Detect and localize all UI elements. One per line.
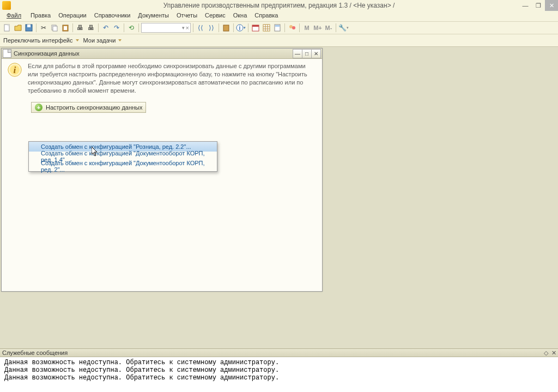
sync-info-text: Если для работы в этой программе необход…: [28, 62, 317, 94]
messages-body: Данная возможность недоступна. Обратитес…: [0, 357, 558, 392]
configure-sync-dropdown: Создать обмен с конфигурацией "Розница, …: [28, 141, 217, 172]
menu-help[interactable]: Справка: [253, 11, 280, 21]
svg-rect-1: [8, 25, 9, 26]
toolbar-separator: [284, 23, 285, 32]
sync-window-header[interactable]: Синхронизация данных — □ ✕: [2, 49, 322, 59]
menu-service[interactable]: Сервис: [203, 11, 227, 21]
svg-text:i: i: [239, 25, 241, 31]
messages-close-button[interactable]: ✕: [550, 349, 557, 356]
svg-rect-19: [275, 25, 280, 27]
open-icon[interactable]: [13, 23, 23, 33]
menu-documents[interactable]: Документы: [136, 11, 171, 21]
switch-interface-dropdown[interactable]: Переключить интерфейс: [3, 37, 79, 44]
svg-rect-13: [263, 25, 270, 31]
tools-icon[interactable]: 🔧▾: [338, 23, 348, 33]
clipboard-icon[interactable]: [221, 23, 231, 33]
messages-panel: Служебные сообщения ◇ ✕ Данная возможнос…: [0, 348, 558, 392]
message-line: Данная возможность недоступна. Обратитес…: [4, 375, 554, 382]
messages-pin-button[interactable]: ◇: [543, 349, 549, 356]
svg-rect-8: [223, 25, 229, 31]
menu-reports[interactable]: Отчеты: [175, 11, 199, 21]
sync-window-title: Синхронизация данных: [14, 50, 80, 57]
message-line: Данная возможность недоступна. Обратитес…: [4, 359, 554, 367]
grid-icon[interactable]: [262, 23, 271, 33]
configure-sync-label: Настроить синхронизацию данных: [46, 104, 142, 111]
link-icon[interactable]: ⟲: [126, 23, 136, 33]
svg-rect-7: [64, 26, 67, 30]
calculator-icon[interactable]: [272, 23, 282, 33]
app-titlebar: Управление производственным предприятием…: [0, 0, 558, 11]
menu-file[interactable]: Файл: [3, 11, 25, 21]
menu-operations[interactable]: Операции: [57, 11, 88, 21]
undo-icon[interactable]: ↶: [101, 23, 111, 33]
menu-windows[interactable]: Окна: [232, 11, 249, 21]
nav-forward-icon[interactable]: ⟩⟩: [207, 23, 216, 33]
menu-edit[interactable]: Правка: [29, 11, 52, 21]
memory-mminus[interactable]: M-: [324, 23, 333, 33]
workspace: Синхронизация данных — □ ✕ i Если для ра…: [0, 47, 558, 349]
search-combo[interactable]: ▾×: [141, 23, 191, 33]
toolbar-separator: [248, 23, 248, 32]
sub-toolbar: Переключить интерфейс Мои задачи: [0, 34, 558, 47]
window-close-button[interactable]: ✕: [545, 0, 558, 11]
plus-icon: +: [35, 104, 43, 111]
dropdown-option-doc2[interactable]: Создать обмен с конфигурацией "Документо…: [29, 161, 217, 171]
svg-point-21: [292, 26, 295, 29]
toolbar-separator: [233, 23, 234, 32]
toolbar-separator: [299, 23, 300, 32]
svg-rect-12: [252, 25, 259, 27]
message-line: Данная возможность недоступна. Обратитес…: [4, 367, 554, 375]
main-menu: Файл Правка Операции Справочники Докумен…: [0, 11, 558, 22]
paste-icon[interactable]: [60, 23, 70, 33]
main-toolbar: ✂ 🖶 🖶 ↶ ↷ ⟲ ▾× ⟨⟨ ⟩⟩ i▾ M M+ M- 🔧▾: [0, 22, 558, 34]
my-tasks-dropdown[interactable]: Мои задачи: [83, 37, 122, 44]
print-preview-icon[interactable]: 🖶: [86, 23, 96, 33]
menu-directories[interactable]: Справочники: [93, 11, 132, 21]
users-icon[interactable]: [287, 23, 297, 33]
window-minimize-button[interactable]: —: [519, 0, 532, 11]
memory-mplus[interactable]: M+: [313, 23, 323, 33]
toolbar-separator: [72, 23, 73, 32]
info-icon: i: [7, 62, 22, 77]
calendar-icon[interactable]: [251, 23, 260, 33]
document-icon: [3, 49, 11, 58]
window-maximize-button[interactable]: ❐: [532, 0, 545, 11]
toolbar-separator: [124, 23, 124, 32]
messages-title: Служебные сообщения: [2, 349, 68, 356]
toolbar-separator: [193, 23, 193, 32]
messages-header[interactable]: Служебные сообщения ◇ ✕: [0, 348, 558, 357]
sync-minimize-button[interactable]: —: [293, 49, 302, 58]
svg-rect-3: [27, 25, 31, 27]
toolbar-separator: [219, 23, 219, 32]
new-icon[interactable]: [2, 23, 12, 33]
nav-back-icon[interactable]: ⟨⟨: [196, 23, 205, 33]
configure-sync-button[interactable]: + Настроить синхронизацию данных: [31, 102, 146, 113]
save-icon[interactable]: [24, 23, 34, 33]
cut-icon[interactable]: ✂: [39, 23, 48, 33]
copy-icon[interactable]: [50, 23, 59, 33]
toolbar-separator: [36, 23, 37, 32]
toolbar-separator: [98, 23, 99, 32]
memory-m[interactable]: M: [302, 23, 312, 33]
app-title: Управление производственным предприятием…: [0, 2, 558, 9]
print-icon[interactable]: 🖶: [75, 23, 85, 33]
sync-close-button[interactable]: ✕: [311, 49, 321, 58]
redo-icon[interactable]: ↷: [112, 23, 122, 33]
toolbar-separator: [336, 23, 336, 32]
toolbar-separator: [138, 23, 139, 32]
sync-maximize-button[interactable]: □: [302, 49, 312, 58]
info-icon[interactable]: i▾: [236, 23, 246, 33]
svg-text:i: i: [14, 64, 16, 75]
svg-rect-5: [53, 26, 57, 31]
